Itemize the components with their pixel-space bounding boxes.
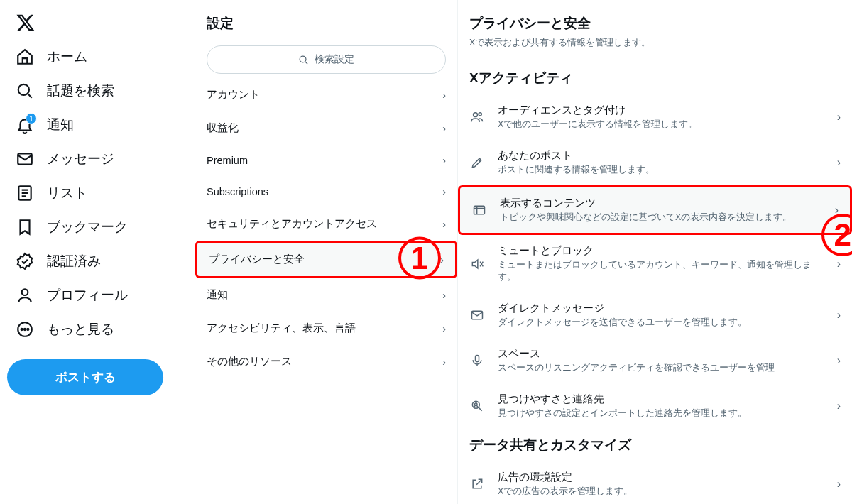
- nav-verified[interactable]: 認証済み: [7, 244, 187, 278]
- chevron-right-icon: ›: [440, 254, 444, 265]
- svg-point-9: [474, 113, 478, 117]
- profile-icon: [16, 286, 34, 305]
- item-title: ダイレクトメッセージ: [498, 302, 824, 315]
- people-icon: [469, 109, 485, 125]
- chevron-right-icon: ›: [835, 204, 839, 217]
- item-title: あなたのポスト: [498, 149, 824, 163]
- chevron-right-icon: ›: [442, 323, 446, 334]
- nav-label: ブックマーク: [47, 218, 128, 236]
- external-link-icon: [469, 476, 485, 492]
- microphone-icon: [469, 353, 485, 368]
- detail-subtitle: Xで表示および共有する情報を管理します。: [458, 37, 852, 62]
- chevron-right-icon: ›: [442, 155, 446, 166]
- detail-item-spaces[interactable]: スペーススペースのリスニングアクティビティを確認できるユーザーを管理 ›: [458, 338, 852, 383]
- item-desc: スペースのリスニングアクティビティを確認できるユーザーを管理: [498, 362, 824, 374]
- settings-label: Premium: [207, 155, 248, 166]
- chevron-right-icon: ›: [837, 258, 841, 270]
- svg-point-0: [18, 84, 29, 95]
- envelope-icon: [469, 307, 485, 323]
- detail-item-ads[interactable]: 広告の環境設定Xでの広告の表示を管理します。 ›: [458, 461, 852, 504]
- detail-title: プライバシーと安全: [458, 7, 852, 37]
- x-logo[interactable]: [7, 6, 187, 40]
- settings-item-premium[interactable]: Premium›: [195, 145, 457, 176]
- settings-item-notifications[interactable]: 通知›: [195, 278, 457, 312]
- nav-label: もっと見る: [47, 320, 114, 339]
- settings-item-privacy[interactable]: プライバシーと安全› 1: [195, 241, 457, 278]
- notification-badge: 1: [26, 113, 37, 124]
- settings-item-account[interactable]: アカウント›: [195, 78, 457, 111]
- chevron-right-icon: ›: [837, 156, 841, 169]
- item-desc: 見つけやすさの設定とインポートした連絡先を管理します。: [498, 407, 824, 420]
- nav-notifications[interactable]: 1 通知: [7, 108, 187, 142]
- detail-item-posts[interactable]: あなたのポストポストに関連する情報を管理します。 ›: [458, 140, 852, 185]
- svg-point-14: [472, 401, 479, 408]
- nav-label: 通知: [47, 116, 74, 134]
- svg-rect-11: [474, 206, 485, 214]
- svg-point-3: [22, 289, 28, 295]
- section-data: データ共有とカスタマイズ: [458, 429, 852, 461]
- item-title: スペース: [498, 347, 824, 361]
- settings-item-accessibility[interactable]: アクセシビリティ、表示、言語›: [195, 312, 457, 345]
- detail-item-audience[interactable]: オーディエンスとタグ付けXで他のユーザーに表示する情報を管理します。 ›: [458, 94, 852, 140]
- detail-column: プライバシーと安全 Xで表示および共有する情報を管理します。 Xアクティビティ …: [458, 0, 852, 504]
- search-people-icon: [469, 398, 485, 414]
- nav-label: ホーム: [47, 48, 87, 66]
- item-desc: ダイレクトメッセージを送信できるユーザーを管理します。: [498, 317, 824, 329]
- svg-rect-13: [476, 356, 479, 362]
- post-button[interactable]: ポストする: [7, 359, 163, 395]
- item-title: ミュートとブロック: [498, 244, 824, 258]
- nav-messages[interactable]: メッセージ: [7, 142, 187, 176]
- settings-label: その他のリソース: [207, 355, 292, 368]
- item-title: 広告の環境設定: [498, 471, 824, 484]
- detail-item-dm[interactable]: ダイレクトメッセージダイレクトメッセージを送信できるユーザーを管理します。 ›: [458, 292, 852, 338]
- settings-item-security[interactable]: セキュリティとアカウントアクセス›: [195, 207, 457, 241]
- nav-label: メッセージ: [47, 150, 114, 168]
- chevron-right-icon: ›: [837, 111, 841, 124]
- settings-column: 設定 検索設定 アカウント› 収益化› Premium› Subscriptio…: [195, 0, 458, 504]
- chevron-right-icon: ›: [442, 123, 446, 134]
- more-icon: [16, 320, 34, 339]
- detail-item-discover[interactable]: 見つけやすさと連絡先見つけやすさの設定とインポートした連絡先を管理します。 ›: [458, 383, 852, 429]
- chevron-right-icon: ›: [442, 89, 446, 101]
- svg-point-5: [21, 329, 23, 330]
- chevron-right-icon: ›: [442, 290, 446, 301]
- settings-label: セキュリティとアカウントアクセス: [207, 217, 377, 231]
- chevron-right-icon: ›: [442, 219, 446, 230]
- item-desc: トピックや興味関心などの設定に基づいてXの表示内容を決定します。: [500, 212, 822, 224]
- settings-item-monetization[interactable]: 収益化›: [195, 111, 457, 145]
- nav-bookmarks[interactable]: ブックマーク: [7, 210, 187, 244]
- item-title: 見つけやすさと連絡先: [498, 393, 824, 406]
- envelope-icon: [16, 150, 34, 168]
- nav-lists[interactable]: リスト: [7, 176, 187, 210]
- content-icon: [471, 202, 487, 218]
- bookmark-icon: [16, 218, 34, 236]
- item-title: 表示するコンテンツ: [500, 197, 822, 210]
- nav-explore[interactable]: 話題を検索: [7, 74, 187, 108]
- item-desc: ミュートまたはブロックしているアカウント、キーワード、通知を管理します。: [498, 259, 824, 283]
- detail-item-mute[interactable]: ミュートとブロックミュートまたはブロックしているアカウント、キーワード、通知を管…: [458, 235, 852, 292]
- svg-point-10: [479, 113, 481, 116]
- search-icon: [16, 82, 34, 100]
- nav-label: リスト: [47, 184, 87, 202]
- settings-label: アクセシビリティ、表示、言語: [207, 322, 356, 335]
- bell-icon: 1: [16, 116, 34, 134]
- verified-icon: [16, 252, 34, 270]
- home-icon: [16, 48, 34, 66]
- primary-nav: ホーム 話題を検索 1 通知 メッセージ リスト ブックマーク 認証済み: [0, 0, 195, 504]
- settings-item-resources[interactable]: その他のリソース›: [195, 345, 457, 378]
- svg-point-6: [24, 329, 26, 330]
- nav-label: 話題を検索: [47, 82, 114, 100]
- detail-item-content[interactable]: 表示するコンテンツトピックや興味関心などの設定に基づいてXの表示内容を決定します…: [458, 185, 852, 235]
- nav-profile[interactable]: プロフィール: [7, 278, 187, 312]
- section-activity: Xアクティビティ: [458, 62, 852, 94]
- nav-more[interactable]: もっと見る: [7, 312, 187, 346]
- nav-home[interactable]: ホーム: [7, 40, 187, 74]
- settings-label: プライバシーと安全: [209, 253, 305, 266]
- settings-item-subscriptions[interactable]: Subscriptions›: [195, 176, 457, 207]
- chevron-right-icon: ›: [837, 478, 841, 491]
- settings-title: 設定: [195, 7, 457, 45]
- svg-point-7: [27, 329, 28, 330]
- settings-search[interactable]: 検索設定: [207, 45, 446, 74]
- chevron-right-icon: ›: [837, 400, 841, 412]
- search-icon: [298, 55, 309, 65]
